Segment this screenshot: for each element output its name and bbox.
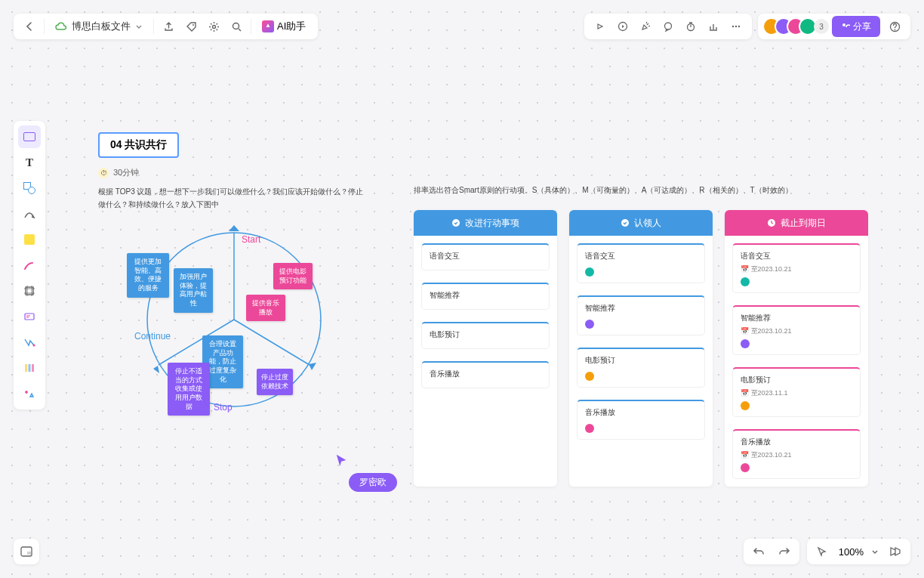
task-column[interactable]: 改进行动事项语音交互智能推荐电影预订音乐播放 — [414, 210, 557, 487]
select-tool[interactable] — [18, 125, 41, 148]
task-card[interactable]: 语音交互 — [577, 243, 705, 283]
share-button[interactable]: 分享 — [832, 16, 880, 37]
svg-rect-11 — [26, 287, 33, 295]
play-button[interactable] — [611, 15, 634, 38]
ai-label: AI助手 — [277, 20, 306, 33]
redo-button[interactable] — [775, 542, 793, 561]
topbar-right: 3 分享 — [584, 14, 910, 39]
bottom-right-controls: 100% — [744, 539, 910, 564]
collaborator-cursor: 罗密欧 — [335, 453, 397, 492]
collaborator-avatars[interactable]: 3 — [762, 17, 829, 36]
topbar-left: 博思白板文件 AI助手 — [14, 14, 318, 39]
chevron-down-icon — [135, 23, 143, 30]
search-button[interactable] — [225, 15, 248, 38]
task-card[interactable]: 智能推荐 — [421, 283, 550, 310]
diagram-note[interactable]: 提供电影预订功能 — [273, 263, 313, 289]
svg-rect-16 — [32, 364, 34, 372]
svg-point-13 — [33, 345, 35, 347]
celebrate-button[interactable] — [634, 15, 657, 38]
svg-point-7 — [735, 26, 737, 27]
svg-rect-12 — [25, 314, 34, 320]
task-card[interactable]: 电影预订📅 至2023.11.1 — [732, 367, 861, 417]
svg-point-8 — [738, 26, 740, 27]
task-card[interactable]: 语音交互 — [421, 243, 550, 270]
path-tool[interactable] — [18, 331, 41, 354]
task-card[interactable]: 音乐播放 — [577, 400, 705, 440]
start-stop-continue-diagram[interactable]: Start Continue Stop — [132, 218, 336, 422]
svg-rect-15 — [29, 364, 31, 372]
share-icon — [841, 22, 850, 31]
file-name-text: 博思白板文件 — [72, 20, 131, 33]
column-header: 认领人 — [569, 210, 713, 236]
file-name-dropdown[interactable]: 博思白板文件 — [48, 20, 150, 33]
sticky-tool[interactable] — [18, 228, 41, 251]
help-button[interactable] — [883, 15, 906, 38]
task-column[interactable]: 截止到期日语音交互📅 至2023.10.21智能推荐📅 至2023.10.21电… — [725, 210, 868, 487]
task-card[interactable]: 电影预订 — [421, 322, 550, 349]
task-card[interactable]: 音乐播放📅 至2023.10.21 — [732, 429, 861, 479]
task-card[interactable]: 智能推荐📅 至2023.10.21 — [732, 305, 861, 355]
zoom-level[interactable]: 100% — [839, 546, 864, 558]
minimap-button[interactable] — [14, 539, 39, 564]
column-tool[interactable] — [18, 357, 41, 379]
task-card[interactable]: 音乐播放 — [421, 361, 550, 388]
export-button[interactable] — [157, 15, 180, 38]
tag-button[interactable] — [180, 15, 202, 38]
card-tool[interactable] — [18, 305, 41, 328]
svg-point-18 — [452, 219, 460, 227]
svg-rect-14 — [25, 364, 27, 372]
task-card[interactable]: 电影预订 — [577, 348, 705, 388]
column-header: 改进行动事项 — [414, 210, 557, 236]
left-toolbar: T — [14, 121, 45, 410]
ai-logo-icon — [262, 20, 274, 32]
more-button[interactable] — [725, 15, 747, 38]
diagram-note[interactable]: 停止过度依赖技术 — [257, 369, 293, 395]
settings-button[interactable] — [202, 15, 225, 38]
frame-tool[interactable] — [18, 280, 41, 302]
text-tool[interactable]: T — [18, 151, 41, 174]
expand-button[interactable] — [589, 15, 611, 38]
task-columns: 改进行动事项语音交互智能推荐电影预订音乐播放认领人语音交互智能推荐电影预订音乐播… — [414, 210, 868, 487]
ai-assistant-button[interactable]: AI助手 — [254, 20, 313, 33]
cursor-mode-button[interactable] — [813, 542, 831, 561]
timer-button[interactable] — [679, 15, 702, 38]
svg-point-19 — [621, 219, 629, 227]
add-tool[interactable] — [18, 382, 41, 405]
stop-label: Stop — [214, 402, 233, 413]
comment-button[interactable] — [657, 15, 679, 38]
back-button[interactable] — [18, 15, 41, 38]
task-column[interactable]: 认领人语音交互智能推荐电影预订音乐播放 — [569, 210, 713, 487]
task-card[interactable]: 智能推荐 — [577, 295, 705, 335]
section-title[interactable]: 04 共识共行 — [98, 132, 179, 158]
diagram-note[interactable]: 提供更加智能、高效、便捷的服务 — [127, 253, 169, 298]
diagram-note[interactable]: 停止不适当的方式收集或使用用户数据 — [168, 363, 210, 416]
continue-label: Continue — [134, 331, 171, 342]
chevron-down-icon — [871, 548, 879, 555]
pen-tool[interactable] — [18, 254, 41, 277]
svg-point-0 — [192, 24, 194, 26]
stats-button[interactable] — [702, 15, 725, 38]
diagram-note[interactable]: 提供音乐播放 — [246, 295, 285, 321]
undo-button[interactable] — [750, 542, 768, 561]
svg-point-4 — [665, 23, 672, 29]
avatar-overflow-count: 3 — [814, 19, 829, 34]
time-badge: ⏱ 30分钟 — [98, 167, 179, 178]
cloud-icon — [55, 22, 67, 31]
cursor-icon — [335, 453, 349, 467]
description-2[interactable]: 排率选出符合Smart原则的行动项。S（具体的）、M（可衡量的）、A（可达成的）… — [414, 185, 836, 196]
shape-tool[interactable] — [18, 177, 41, 199]
start-label: Start — [242, 234, 260, 245]
section-header: 04 共识共行 ⏱ 30分钟 — [98, 132, 179, 178]
presentation-button[interactable] — [886, 542, 904, 561]
column-header: 截止到期日 — [725, 210, 868, 236]
task-card[interactable]: 语音交互📅 至2023.10.21 — [732, 243, 861, 293]
arrow-tool[interactable] — [18, 202, 41, 225]
svg-rect-22 — [27, 552, 31, 555]
timer-icon: ⏱ — [98, 168, 109, 178]
svg-point-1 — [212, 25, 215, 28]
diagram-note[interactable]: 加强用户体验，提高用户粘性 — [174, 268, 213, 313]
svg-point-9 — [842, 23, 845, 26]
description-1[interactable]: 根据 TOP3 议题，想一想下一步我们可以做些什么？我们应该开始做什么？停止做什… — [98, 185, 370, 211]
svg-point-6 — [732, 26, 734, 27]
svg-point-2 — [233, 23, 239, 29]
